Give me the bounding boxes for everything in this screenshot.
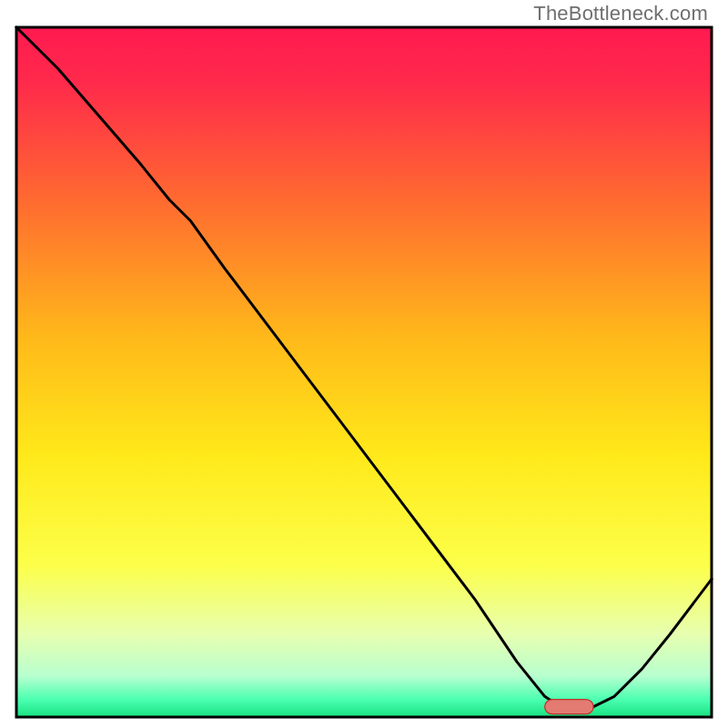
bottleneck-chart: TheBottleneck.com bbox=[0, 0, 728, 728]
chart-svg bbox=[0, 0, 728, 728]
plot-background bbox=[16, 27, 712, 717]
optimal-marker bbox=[545, 700, 593, 714]
watermark-text: TheBottleneck.com bbox=[533, 2, 708, 25]
